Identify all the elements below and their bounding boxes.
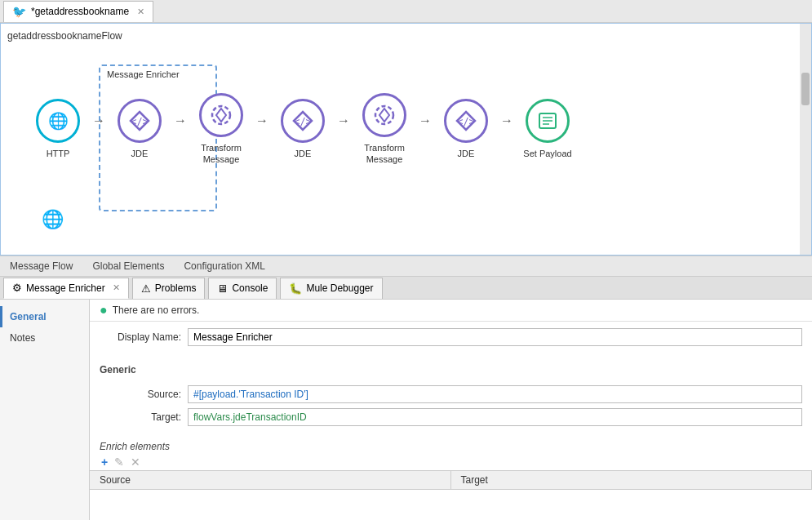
canvas-scrollbar[interactable]: [800, 24, 811, 255]
node-transform2[interactable]: TransformMessage: [352, 93, 417, 166]
node-http[interactable]: 🌐 HTTP: [25, 99, 91, 159]
panel-tab-problems[interactable]: ⚠ Problems: [132, 278, 206, 299]
display-name-label: Display Name:: [100, 331, 181, 343]
enrich-table-header: Source Target: [90, 470, 812, 490]
console-tab-icon: 🖥: [217, 282, 228, 295]
enrich-delete-button[interactable]: ✕: [129, 456, 142, 469]
arrow-3: →: [254, 113, 270, 128]
transform1-icon: [210, 104, 233, 127]
enricher-box-label: Message Enricher: [107, 69, 180, 79]
bottom-nav: Message Flow Global Elements Configurati…: [0, 256, 812, 277]
message-enricher-tab-close[interactable]: ✕: [113, 282, 120, 293]
node-jde3[interactable]: </> JDE: [433, 99, 499, 159]
console-tab-label: Console: [232, 282, 268, 294]
svg-marker-7: [379, 109, 389, 122]
message-enricher-tab-label: Message Enricher: [26, 282, 105, 294]
jde1-icon: </>: [128, 109, 151, 132]
target-label: Target:: [100, 411, 181, 423]
svg-text:</>: </>: [457, 116, 475, 127]
node-transform1-label: TransformMessage: [201, 142, 242, 166]
target-row: Target:: [100, 408, 802, 426]
sidebar-notes-label: Notes: [10, 332, 35, 344]
transform2-icon: [373, 104, 396, 127]
top-tab-bar: 🐦 *getaddressbookname ✕: [0, 0, 812, 23]
node-jde2-circle: </>: [281, 99, 325, 143]
display-name-input[interactable]: [188, 328, 802, 346]
source-input[interactable]: [188, 385, 802, 403]
node-jde3-label: JDE: [458, 148, 475, 159]
scrollbar-thumb: [801, 73, 810, 105]
flow-label: getaddressbooknameFlow: [7, 30, 122, 42]
generic-section-header: Generic: [90, 361, 812, 379]
panel-tab-mule-debugger[interactable]: 🐛 Mule Debugger: [280, 278, 382, 299]
enrich-edit-button[interactable]: ✎: [113, 456, 126, 469]
enrich-toolbar: + ✎ ✕: [90, 454, 812, 470]
status-bar: ● There are no errors.: [90, 300, 812, 322]
mule-debugger-tab-label: Mule Debugger: [306, 282, 373, 294]
node-transform1[interactable]: TransformMessage: [189, 93, 254, 166]
flow-nodes: 🌐 HTTP → </> JDE →: [25, 93, 580, 166]
source-row: Source:: [100, 385, 802, 403]
problems-tab-icon: ⚠: [141, 282, 151, 295]
node-jde2-label: JDE: [295, 148, 312, 159]
panel-tab-console[interactable]: 🖥 Console: [208, 278, 277, 299]
tab-getaddressbookname[interactable]: 🐦 *getaddressbookname ✕: [3, 1, 153, 22]
panel-tabs: ⚙ Message Enricher ✕ ⚠ Problems 🖥 Consol…: [0, 277, 812, 300]
source-label: Source:: [100, 389, 181, 400]
node-http-label: HTTP: [47, 148, 70, 159]
enrich-elements-header: Enrich elements: [90, 438, 812, 454]
panel-tab-message-enricher[interactable]: ⚙ Message Enricher ✕: [3, 278, 129, 299]
node-transform2-circle: [362, 93, 406, 137]
status-message: There are no errors.: [113, 304, 200, 316]
message-enricher-tab-icon: ⚙: [12, 282, 22, 294]
mule-debugger-tab-icon: 🐛: [289, 282, 302, 295]
arrow-6: →: [499, 113, 515, 128]
node-http-circle: 🌐: [36, 99, 80, 143]
setpayload-icon: [536, 109, 559, 132]
display-name-row: Display Name:: [100, 328, 802, 346]
nav-tab-message-flow[interactable]: Message Flow: [7, 259, 76, 273]
jde2-icon: </>: [291, 109, 314, 132]
left-sidebar: General Notes: [0, 300, 90, 520]
node-jde3-circle: </>: [444, 99, 488, 143]
nav-tab-global-elements[interactable]: Global Elements: [89, 259, 167, 273]
source-target-section: Source: Target:: [90, 379, 812, 438]
problems-tab-label: Problems: [155, 282, 197, 294]
props-content: ● There are no errors. Display Name: Gen…: [90, 300, 812, 520]
sidebar-general-label: General: [10, 311, 47, 322]
enrich-add-button[interactable]: +: [100, 456, 109, 469]
arrow-5: →: [417, 113, 433, 128]
svg-text:</>: </>: [131, 116, 149, 127]
node-jde2[interactable]: </> JDE: [270, 99, 335, 159]
node-transform2-label: TransformMessage: [364, 142, 405, 166]
arrow-1: →: [91, 113, 107, 128]
table-col-target: Target: [451, 471, 813, 489]
jde3-icon: </>: [455, 109, 477, 132]
props-container: General Notes ● There are no errors. Dis…: [0, 300, 812, 520]
node-transform1-circle: [199, 93, 243, 137]
target-input[interactable]: [188, 408, 802, 426]
tab-close-button[interactable]: ✕: [137, 7, 144, 17]
nav-tab-configuration-xml[interactable]: Configuration XML: [180, 259, 268, 273]
node-jde1[interactable]: </> JDE: [107, 99, 172, 159]
tab-icon: 🐦: [12, 5, 26, 18]
http-bottom-connector: 🌐: [42, 209, 64, 230]
table-col-source: Source: [90, 471, 451, 489]
tab-label: *getaddressbookname: [31, 6, 129, 17]
node-jde1-circle: </>: [118, 99, 162, 143]
canvas-area: getaddressbooknameFlow Message Enricher …: [0, 23, 812, 256]
http-icon: 🌐: [48, 111, 69, 131]
node-setpayload[interactable]: Set Payload: [515, 99, 580, 159]
node-setpayload-circle: [526, 99, 570, 143]
sidebar-item-notes[interactable]: Notes: [0, 327, 89, 349]
node-jde1-label: JDE: [131, 148, 149, 159]
sidebar-item-general[interactable]: General: [0, 306, 89, 327]
svg-text:</>: </>: [294, 116, 312, 127]
arrow-2: →: [172, 113, 189, 128]
node-setpayload-label: Set Payload: [523, 148, 571, 159]
status-ok-icon: ●: [100, 303, 108, 318]
arrow-4: →: [335, 113, 352, 128]
display-name-section: Display Name:: [90, 322, 812, 358]
svg-marker-3: [216, 109, 226, 122]
